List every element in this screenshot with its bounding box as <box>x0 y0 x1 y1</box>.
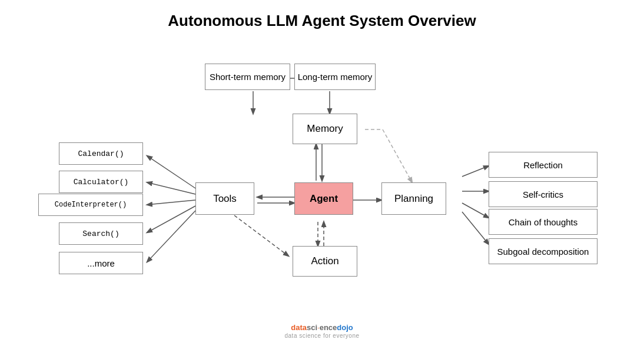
svg-line-18 <box>462 166 489 177</box>
calendar-box: Calendar() <box>59 142 143 165</box>
planning-box: Planning <box>381 182 446 215</box>
footer-ence: ence <box>320 323 337 332</box>
footer-tagline: data science for everyone <box>284 332 359 339</box>
reflection-box: Reflection <box>489 152 597 178</box>
svg-line-20 <box>462 203 489 218</box>
code-interpreter-box: CodeInterpreter() <box>38 194 143 216</box>
footer: datasci·encedojo data science for everyo… <box>284 323 359 339</box>
subgoal-decomposition-box: Subgoal decomposition <box>489 238 597 264</box>
tools-box: Tools <box>195 182 254 215</box>
diagram-container: Autonomous LLM Agent System Overview <box>0 0 644 346</box>
self-critics-box: Self-critics <box>489 181 597 207</box>
agent-box: Agent <box>294 182 353 215</box>
svg-line-10 <box>230 212 288 256</box>
svg-line-21 <box>462 212 489 244</box>
calculator-box: Calculator() <box>59 171 143 193</box>
more-box: ...more <box>59 252 143 274</box>
svg-line-12 <box>147 182 195 194</box>
svg-line-13 <box>147 200 195 205</box>
svg-line-11 <box>147 156 195 188</box>
footer-data: data <box>291 323 307 332</box>
footer-sci: sci <box>307 323 317 332</box>
search-box: Search() <box>59 222 143 245</box>
long-term-memory-box: Long-term memory <box>294 64 376 90</box>
footer-dojo: dojo <box>337 323 353 332</box>
chain-of-thoughts-box: Chain of thoughts <box>489 209 597 235</box>
svg-line-17 <box>383 129 412 182</box>
action-box: Action <box>293 246 357 277</box>
memory-box: Memory <box>293 114 357 144</box>
short-term-memory-box: Short-term memory <box>205 64 290 90</box>
svg-line-15 <box>147 211 195 262</box>
page-title: Autonomous LLM Agent System Overview <box>0 0 644 36</box>
svg-line-14 <box>147 206 195 232</box>
